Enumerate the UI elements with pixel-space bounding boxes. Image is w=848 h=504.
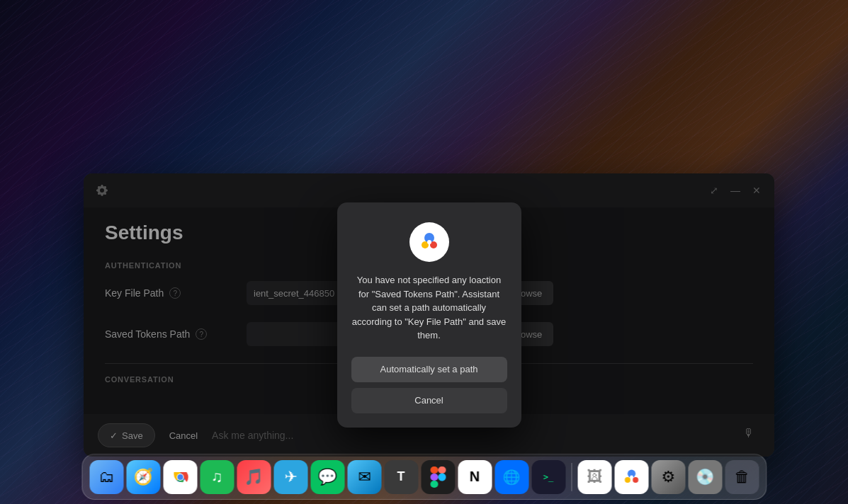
photos-icon: 🖼	[587, 468, 602, 486]
dock-item-figma[interactable]	[421, 460, 455, 494]
mail-icon: ✉	[358, 468, 371, 486]
figma-icon	[430, 466, 446, 488]
settings-window: ⤢ — ✕ Settings AUTHENTICATION Key File P…	[84, 173, 774, 457]
dock-item-mail[interactable]: ✉	[347, 460, 381, 494]
auto-set-path-button[interactable]: Automatically set a path	[351, 357, 507, 382]
dock-item-spotify[interactable]: ♫	[200, 460, 234, 494]
dock-item-diskutil[interactable]: 💿	[688, 460, 722, 494]
diskutil-icon: 💿	[696, 468, 715, 486]
dock-item-browser2[interactable]: 🌐	[494, 460, 528, 494]
svg-point-13	[438, 473, 446, 481]
dock-item-safari[interactable]: 🧭	[126, 460, 160, 494]
svg-rect-10	[438, 466, 446, 474]
dock: 🗂 🧭 ♫ 🎵 ✈ 💬 ✉ T	[81, 454, 767, 500]
browser2-icon: 🌐	[503, 469, 521, 486]
assistant-logo	[409, 222, 449, 262]
dock-item-assistant[interactable]	[614, 460, 648, 494]
dock-item-notion[interactable]: N	[458, 460, 492, 494]
dock-item-typora[interactable]: T	[384, 460, 418, 494]
dock-item-photos[interactable]: 🖼	[577, 460, 611, 494]
modal-dialog: You have not specified any loaction for …	[337, 202, 521, 428]
svg-point-16	[624, 477, 630, 483]
svg-rect-12	[430, 481, 438, 488]
dock-item-terminal[interactable]: >_	[531, 460, 565, 494]
finder-icon: 🗂	[98, 468, 114, 486]
assistant-dock-icon	[620, 466, 643, 488]
music-icon: 🎵	[244, 468, 264, 486]
svg-point-15	[633, 477, 638, 483]
dock-item-trash[interactable]: 🗑	[725, 460, 759, 494]
dock-item-chrome[interactable]	[163, 460, 197, 494]
google-assistant-icon	[415, 228, 443, 256]
svg-point-4	[427, 240, 431, 244]
modal-overlay: You have not specified any loaction for …	[84, 173, 774, 457]
typora-icon: T	[397, 469, 405, 484]
svg-point-8	[177, 474, 183, 480]
spotify-icon: ♫	[211, 468, 223, 486]
svg-rect-9	[430, 466, 438, 474]
svg-point-3	[426, 235, 432, 241]
dock-item-wechat[interactable]: 💬	[310, 460, 344, 494]
svg-rect-11	[430, 474, 438, 481]
modal-message: You have not specified any loaction for …	[351, 273, 507, 343]
telegram-icon: ✈	[284, 468, 297, 486]
safari-icon: 🧭	[134, 468, 153, 486]
wechat-icon: 💬	[318, 468, 337, 486]
trash-icon: 🗑	[734, 468, 750, 486]
dock-divider	[571, 463, 572, 491]
terminal-icon: >_	[543, 472, 553, 482]
dock-item-sysprefs[interactable]: ⚙	[651, 460, 685, 494]
dock-item-music[interactable]: 🎵	[237, 460, 271, 494]
dock-item-finder[interactable]: 🗂	[89, 460, 123, 494]
modal-cancel-button[interactable]: Cancel	[351, 388, 507, 413]
notion-icon: N	[470, 469, 480, 485]
svg-point-17	[630, 475, 633, 479]
sysprefs-icon: ⚙	[661, 468, 675, 486]
dock-item-telegram[interactable]: ✈	[273, 460, 307, 494]
chrome-icon	[170, 467, 190, 487]
